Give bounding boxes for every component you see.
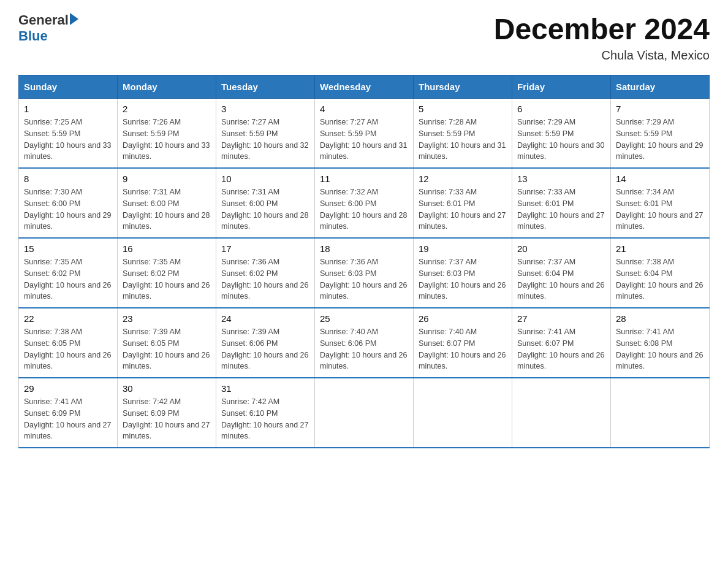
calendar-cell [315,378,414,448]
day-number: 12 [419,174,507,184]
day-info: Sunrise: 7:36 AMSunset: 6:02 PMDaylight:… [221,256,309,302]
col-header-wednesday: Wednesday [315,75,414,99]
day-number: 6 [517,104,605,114]
day-number: 15 [24,243,112,254]
calendar-week-row: 22Sunrise: 7:38 AMSunset: 6:05 PMDayligh… [19,308,710,378]
calendar-cell: 22Sunrise: 7:38 AMSunset: 6:05 PMDayligh… [19,308,118,378]
calendar-cell: 20Sunrise: 7:37 AMSunset: 6:04 PMDayligh… [512,238,611,308]
day-number: 3 [221,104,309,114]
logo-triangle-icon [70,13,78,25]
calendar-cell: 24Sunrise: 7:39 AMSunset: 6:06 PMDayligh… [216,308,315,378]
day-info: Sunrise: 7:38 AMSunset: 6:05 PMDaylight:… [24,326,112,372]
calendar-header-row: SundayMondayTuesdayWednesdayThursdayFrid… [19,75,710,99]
day-info: Sunrise: 7:31 AMSunset: 6:00 PMDaylight:… [123,186,211,232]
day-info: Sunrise: 7:39 AMSunset: 6:06 PMDaylight:… [221,326,309,372]
day-number: 4 [320,104,408,114]
col-header-friday: Friday [512,75,611,99]
calendar-cell: 18Sunrise: 7:36 AMSunset: 6:03 PMDayligh… [315,238,414,308]
calendar-week-row: 8Sunrise: 7:30 AMSunset: 6:00 PMDaylight… [19,168,710,238]
calendar-cell: 9Sunrise: 7:31 AMSunset: 6:00 PMDaylight… [118,168,216,238]
day-info: Sunrise: 7:28 AMSunset: 5:59 PMDaylight:… [419,117,507,163]
calendar-cell: 3Sunrise: 7:27 AMSunset: 5:59 PMDaylight… [216,99,315,169]
calendar-cell: 27Sunrise: 7:41 AMSunset: 6:07 PMDayligh… [512,308,611,378]
day-info: Sunrise: 7:41 AMSunset: 6:09 PMDaylight:… [24,396,112,442]
col-header-monday: Monday [118,75,216,99]
day-number: 18 [320,243,408,254]
day-info: Sunrise: 7:32 AMSunset: 6:00 PMDaylight:… [320,186,408,232]
day-info: Sunrise: 7:27 AMSunset: 5:59 PMDaylight:… [320,117,408,163]
day-number: 5 [419,104,507,114]
day-info: Sunrise: 7:38 AMSunset: 6:04 PMDaylight:… [616,256,704,302]
col-header-tuesday: Tuesday [216,75,315,99]
day-info: Sunrise: 7:25 AMSunset: 5:59 PMDaylight:… [24,117,112,163]
day-info: Sunrise: 7:29 AMSunset: 5:59 PMDaylight:… [517,117,605,163]
day-number: 27 [517,313,605,324]
location-label: Chula Vista, Mexico [494,48,710,63]
calendar-cell: 10Sunrise: 7:31 AMSunset: 6:00 PMDayligh… [216,168,315,238]
day-info: Sunrise: 7:27 AMSunset: 5:59 PMDaylight:… [221,117,309,163]
month-title: December 2024 [494,12,710,46]
day-number: 23 [123,313,211,324]
col-header-thursday: Thursday [414,75,512,99]
day-number: 9 [123,174,211,184]
calendar-cell: 15Sunrise: 7:35 AMSunset: 6:02 PMDayligh… [19,238,118,308]
day-number: 20 [517,243,605,254]
day-info: Sunrise: 7:35 AMSunset: 6:02 PMDaylight:… [123,256,211,302]
calendar-cell: 4Sunrise: 7:27 AMSunset: 5:59 PMDaylight… [315,99,414,169]
calendar-cell [512,378,611,448]
calendar-cell: 8Sunrise: 7:30 AMSunset: 6:00 PMDaylight… [19,168,118,238]
calendar-table: SundayMondayTuesdayWednesdayThursdayFrid… [18,75,710,448]
day-number: 31 [221,383,309,394]
calendar-week-row: 29Sunrise: 7:41 AMSunset: 6:09 PMDayligh… [19,378,710,448]
calendar-cell: 7Sunrise: 7:29 AMSunset: 5:59 PMDaylight… [611,99,710,169]
calendar-cell: 1Sunrise: 7:25 AMSunset: 5:59 PMDaylight… [19,99,118,169]
day-number: 16 [123,243,211,254]
day-info: Sunrise: 7:41 AMSunset: 6:08 PMDaylight:… [616,326,704,372]
day-info: Sunrise: 7:42 AMSunset: 6:09 PMDaylight:… [123,396,211,442]
day-number: 28 [616,313,704,324]
logo-blue-text: Blue [18,28,78,44]
day-number: 26 [419,313,507,324]
calendar-cell: 28Sunrise: 7:41 AMSunset: 6:08 PMDayligh… [611,308,710,378]
day-info: Sunrise: 7:35 AMSunset: 6:02 PMDaylight:… [24,256,112,302]
calendar-cell: 31Sunrise: 7:42 AMSunset: 6:10 PMDayligh… [216,378,315,448]
calendar-cell [414,378,512,448]
calendar-week-row: 15Sunrise: 7:35 AMSunset: 6:02 PMDayligh… [19,238,710,308]
day-number: 17 [221,243,309,254]
calendar-cell [611,378,710,448]
col-header-saturday: Saturday [611,75,710,99]
day-number: 21 [616,243,704,254]
day-number: 13 [517,174,605,184]
calendar-cell: 12Sunrise: 7:33 AMSunset: 6:01 PMDayligh… [414,168,512,238]
logo-general-text: General [18,12,69,28]
calendar-cell: 5Sunrise: 7:28 AMSunset: 5:59 PMDaylight… [414,99,512,169]
day-number: 10 [221,174,309,184]
calendar-cell: 16Sunrise: 7:35 AMSunset: 6:02 PMDayligh… [118,238,216,308]
day-info: Sunrise: 7:31 AMSunset: 6:00 PMDaylight:… [221,186,309,232]
day-info: Sunrise: 7:37 AMSunset: 6:03 PMDaylight:… [419,256,507,302]
day-info: Sunrise: 7:41 AMSunset: 6:07 PMDaylight:… [517,326,605,372]
day-number: 8 [24,174,112,184]
day-number: 29 [24,383,112,394]
calendar-cell: 13Sunrise: 7:33 AMSunset: 6:01 PMDayligh… [512,168,611,238]
day-info: Sunrise: 7:37 AMSunset: 6:04 PMDaylight:… [517,256,605,302]
calendar-cell: 2Sunrise: 7:26 AMSunset: 5:59 PMDaylight… [118,99,216,169]
day-info: Sunrise: 7:33 AMSunset: 6:01 PMDaylight:… [419,186,507,232]
col-header-sunday: Sunday [19,75,118,99]
title-area: December 2024 Chula Vista, Mexico [494,12,710,63]
day-number: 11 [320,174,408,184]
day-info: Sunrise: 7:40 AMSunset: 6:06 PMDaylight:… [320,326,408,372]
day-number: 30 [123,383,211,394]
calendar-week-row: 1Sunrise: 7:25 AMSunset: 5:59 PMDaylight… [19,99,710,169]
day-info: Sunrise: 7:40 AMSunset: 6:07 PMDaylight:… [419,326,507,372]
calendar-cell: 11Sunrise: 7:32 AMSunset: 6:00 PMDayligh… [315,168,414,238]
day-number: 7 [616,104,704,114]
day-number: 1 [24,104,112,114]
day-number: 14 [616,174,704,184]
calendar-cell: 21Sunrise: 7:38 AMSunset: 6:04 PMDayligh… [611,238,710,308]
calendar-cell: 26Sunrise: 7:40 AMSunset: 6:07 PMDayligh… [414,308,512,378]
day-number: 19 [419,243,507,254]
calendar-cell: 29Sunrise: 7:41 AMSunset: 6:09 PMDayligh… [19,378,118,448]
day-number: 2 [123,104,211,114]
day-info: Sunrise: 7:36 AMSunset: 6:03 PMDaylight:… [320,256,408,302]
